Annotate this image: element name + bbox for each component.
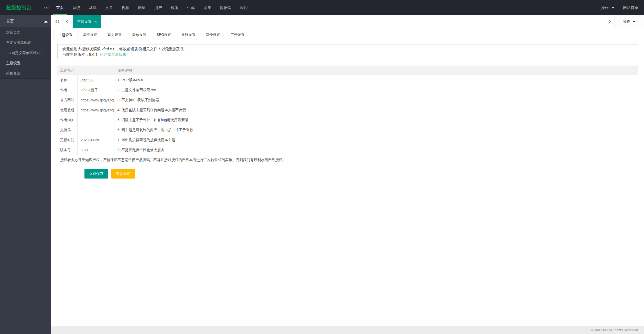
tab-play-settings[interactable]: 播放设置 [127,29,152,41]
topnav-item-database[interactable]: 数据库 [216,0,236,15]
table-row: 作者QQ 5. 旧版主题不予维护，如有bug请使用最新版 [57,115,638,125]
active-nav-indicator [53,14,67,15]
top-nav: 首页 系统 基础 文章 视频 网址 用户 模版 生成 采集 数据库 应用 [52,0,252,15]
sidebar-item-custom-menu-area[interactable]: ↓↓↓自定义菜单区域↓↓↓ [0,48,51,58]
tab-nav-settings[interactable]: 导航设置 [176,29,201,41]
open-tab-theme-settings[interactable]: 主题设置 × [73,15,101,28]
default-settings-button[interactable]: 默认设置 [111,169,135,179]
table-row: 作者 vfed大橙子 2. 主题文件读写权限755 [57,85,638,95]
tab-theme-settings[interactable]: 主题设置 [53,29,78,41]
tab-ad-settings[interactable]: 广告设置 [225,29,250,41]
sidebar-item-collect-resources[interactable]: 采集资源 [0,68,51,78]
page-footer: © MacCMS All Rights Reserved. [51,326,644,334]
tab-other-settings[interactable]: 其他设置 [201,29,225,41]
copyright-warning: 授权者务必尊重知识产权，严格保证不恶意传播产品源码、不得直接对授权的产品本身进行… [57,155,638,165]
topnav-item-basic[interactable]: 基础 [84,0,101,15]
close-tab-icon[interactable]: × [95,19,97,24]
app-logo: 超级控制台 [0,0,41,15]
topnav-item-template[interactable]: 模版 [166,0,183,15]
topnav-item-website[interactable]: 网址 [134,0,150,15]
topnav-item-user[interactable]: 用户 [150,0,166,15]
table-row: 更新时间 2023-08-28 7. 退出售后群即视为放弃使用本主题 [57,135,638,145]
collapse-menu-icon[interactable]: ••• [41,6,52,10]
chevron-right-icon [607,20,611,24]
form-buttons: 立即保存 默认设置 [84,169,638,179]
refresh-icon: ↻ [55,18,59,25]
column-header-usage: 使用说明 [114,66,638,75]
table-footer-note-row: 授权者务必尊重知识产权，严格保证不恶意传播产品源码、不得直接对授权的产品本身进行… [57,155,638,165]
table-row: 交流群 6. 因主题是可复制的商品，售出后一律不予退款 [57,125,638,135]
window-tabbar: ↻ 主题设置 × 操作 [51,15,644,28]
sidebar-item-theme-settings[interactable]: 主题设置 [0,58,51,68]
topnav-item-app[interactable]: 应用 [236,0,252,15]
topnav-item-article[interactable]: 文章 [101,0,117,15]
copyright-text: © MacCMS All Rights Reserved. [591,328,639,332]
save-button[interactable]: 立即保存 [84,169,108,179]
sidebar-menu: 欢迎页面 自定义菜单配置 ↓↓↓自定义菜单区域↓↓↓ 主题设置 采集资源 [0,27,51,79]
chevron-up-icon [44,20,48,23]
sidebar-item-custom-menu-config[interactable]: 自定义菜单配置 [0,37,51,48]
site-home-link[interactable]: 网站首页 [618,0,644,15]
refresh-button[interactable]: ↻ [51,15,63,28]
topnav-item-home[interactable]: 首页 [52,0,68,15]
welcome-notice: 欢迎使用大橙影视模板 vfed 5.0，修改前请备份相关文件！以免数据丢失! 当… [57,44,638,59]
table-row: 官方网站 https://www.qsgys.top 3. 不支持IE8及以下浏… [57,95,638,105]
topnav-item-system[interactable]: 系统 [68,0,84,15]
notice-line2: 当前主题版本：5.0.1已经是最新版啦! [62,52,634,57]
tabbar-action-dropdown[interactable]: 操作 [614,15,644,28]
tab-homepage-settings[interactable]: 首页设置 [102,29,127,41]
sidebar: 首页 欢迎页面 自定义菜单配置 ↓↓↓自定义菜单区域↓↓↓ 主题设置 采集资源 [0,15,51,334]
tab-scroll-left-button[interactable] [63,15,73,28]
tabbar-spacer [101,15,603,28]
settings-tabs: 主题设置 基本设置 首页设置 播放设置 SEO设置 导航设置 其他设置 广告设置 [51,29,644,41]
tab-seo-settings[interactable]: SEO设置 [152,29,176,41]
latest-version-badge: 已经是最新版啦! [100,52,127,57]
table-row: 版本号 5.0.1 8. 不提供免费个性化修改服务 [57,145,638,155]
sidebar-section-home[interactable]: 首页 [0,15,51,27]
topnav-item-generate[interactable]: 生成 [183,0,199,15]
topbar-right: 操作 网站首页 [597,0,644,15]
table-header-row: 主题简介 使用说明 [57,66,638,75]
header-action-dropdown[interactable]: 操作 [597,0,618,15]
tab-scroll-right-button[interactable] [603,15,614,28]
notice-line1: 欢迎使用大橙影视模板 vfed 5.0，修改前请备份相关文件！以免数据丢失! [62,46,634,52]
theme-info-table: 主题简介 使用说明 名称 vfed 5.0 1. PHP版本≥5.6 作者 vf… [57,66,638,165]
sidebar-item-welcome[interactable]: 欢迎页面 [0,27,51,37]
chevron-left-icon [66,20,70,24]
table-row: 名称 vfed 5.0 1. PHP版本≥5.6 [57,75,638,85]
table-row: 使用教程 https://www.qsgys.top 4. 使用盗版主题遇到任何… [57,105,638,115]
column-header-intro: 主题简介 [57,66,114,75]
main-area: ↻ 主题设置 × 操作 主题设置 基本设置 首页设置 播放设置 SEO设置 导航… [51,15,644,334]
theme-settings-page: 主题设置 基本设置 首页设置 播放设置 SEO设置 导航设置 其他设置 广告设置… [51,28,644,326]
tab-basic-settings[interactable]: 基本设置 [78,29,102,41]
chevron-down-icon [632,21,636,23]
chevron-down-icon [611,7,615,9]
topnav-item-video[interactable]: 视频 [117,0,134,15]
top-header: 超级控制台 ••• 首页 系统 基础 文章 视频 网址 用户 模版 生成 采集 … [0,0,644,15]
topnav-item-collect[interactable]: 采集 [199,0,216,15]
